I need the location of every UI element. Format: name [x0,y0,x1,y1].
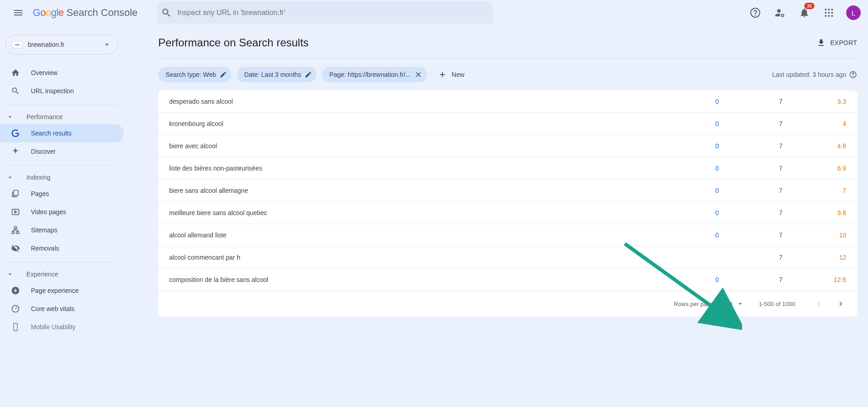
section-performance[interactable]: Performance [0,110,124,124]
chevron-down-icon [736,300,744,308]
page-range: 1-500 of 1000 [759,301,795,307]
position-cell: 6.9 [783,165,846,172]
rows-per-page-label: Rows per page: [674,301,715,307]
nav-pages[interactable]: Pages [0,185,124,203]
sparkle-icon [11,147,20,156]
section-indexing[interactable]: Indexing [0,170,124,185]
next-page-button[interactable] [832,295,850,313]
account-avatar[interactable]: L [846,5,861,20]
table-row[interactable]: liste des bières non-pasteurisées076.9 [158,157,857,180]
help-icon[interactable] [849,70,857,79]
speedometer-icon [11,304,20,313]
google-g-icon [11,129,20,138]
svg-point-7 [828,12,830,14]
position-cell: 4 [783,120,846,127]
close-icon[interactable] [414,70,422,79]
plus-icon [438,70,447,79]
nav-removals[interactable]: Removals [0,239,124,257]
table-row[interactable]: meilleure biere sans alcool quebec079.6 [158,202,857,224]
filter-date[interactable]: Date: Last 3 months [237,67,316,82]
nav-overview[interactable]: Overview [0,64,124,82]
export-button[interactable]: EXPORT [817,38,857,47]
user-settings-button[interactable] [769,2,791,24]
query-cell: meilleure biere sans alcool quebec [169,209,655,216]
main-content: Performance on Search results EXPORT Sea… [127,25,868,407]
download-icon [817,38,826,47]
google-logo: Google [33,7,64,19]
clicks-cell: 0 [655,142,719,150]
nav-sitemaps[interactable]: Sitemaps [0,221,124,239]
table-row[interactable]: desperado sans alcool073.3 [158,90,857,113]
svg-point-8 [831,12,833,14]
rows-value: 500 [722,301,733,307]
nav-mobile-usability[interactable]: Mobile Usability [0,318,124,336]
prev-page-button[interactable] [810,295,828,313]
help-button[interactable] [744,2,766,24]
svg-point-2 [782,15,784,17]
impressions-cell: 7 [719,98,783,105]
property-name: brewnation.fr [28,41,102,48]
nav-url-inspection[interactable]: URL inspection [0,82,124,100]
rows-per-page-select[interactable]: 500 [722,300,744,308]
mobile-icon [11,322,20,332]
section-label: Experience [26,271,58,278]
edit-icon [305,71,312,78]
section-experience[interactable]: Experience [0,267,124,281]
chip-label: Search type: Web [166,71,216,78]
impressions-cell: 7 [719,142,783,150]
nav-discover[interactable]: Discover [0,142,124,161]
clicks-cell: 0 [655,276,719,283]
svg-point-1 [755,15,756,15]
query-cell: biere avec alcool [169,142,655,150]
nav-video-pages[interactable]: Video pages [0,203,124,221]
chevron-down-icon [6,174,14,181]
apps-button[interactable] [818,2,840,24]
impressions-cell: 7 [719,209,783,216]
search-icon [161,7,172,18]
table-row[interactable]: kronenbourg alcool074 [158,113,857,135]
query-cell: alcool allemand liste [169,231,655,239]
table-row[interactable]: biere avec alcool074.6 [158,135,857,157]
nav-search-results[interactable]: Search results [0,124,124,142]
svg-point-10 [828,15,830,17]
nav-core-web-vitals[interactable]: Core web vitals [0,300,124,318]
table-row[interactable]: composition de la bière sans alcool0712.… [158,269,857,291]
position-cell: 9.6 [783,209,846,216]
query-cell: desperado sans alcool [169,98,655,105]
table-row[interactable]: alcool commencant par h712 [158,246,857,269]
filter-page[interactable]: Page: https://brewnation.fr/... [322,67,427,82]
product-logo[interactable]: Google Search Console [33,7,138,19]
product-name: Search Console [66,7,138,19]
position-cell: 7 [783,187,846,194]
filter-search-type[interactable]: Search type: Web [158,67,231,82]
query-cell: composition de la bière sans alcool [169,276,655,283]
add-filter-button[interactable]: New [432,70,470,79]
url-inspect-input[interactable] [177,9,489,17]
table-row[interactable]: alcool allemand liste0710 [158,224,857,246]
property-selector[interactable]: brewnation.fr [5,35,118,55]
svg-rect-14 [15,227,17,229]
svg-point-6 [825,12,827,14]
query-cell: kronenbourg alcool [169,120,655,127]
queries-table: desperado sans alcool073.3kronenbourg al… [158,90,857,317]
plus-circle-icon [11,286,20,295]
svg-rect-16 [17,231,19,233]
section-label: Performance [26,113,63,121]
svg-point-4 [828,9,830,10]
page-title: Performance on Search results [158,36,309,49]
header-actions: 36 L [744,2,861,24]
page-header: Performance on Search results EXPORT [158,36,857,59]
nav-label: Sitemaps [31,226,57,234]
notifications-button[interactable]: 36 [793,2,815,24]
nav-page-experience[interactable]: Page experience [0,281,124,300]
url-inspect-search[interactable] [157,2,493,24]
clicks-cell: 0 [655,209,719,216]
hamburger-menu-button[interactable] [7,2,29,24]
table-row[interactable]: biere sans alcool allemagne077 [158,180,857,202]
query-cell: alcool commencant par h [169,254,655,261]
nav-label: Removals [31,245,59,252]
clicks-cell: 0 [655,120,719,127]
nav-label: Video pages [31,208,66,216]
search-icon [11,86,20,95]
new-label: New [452,71,464,78]
